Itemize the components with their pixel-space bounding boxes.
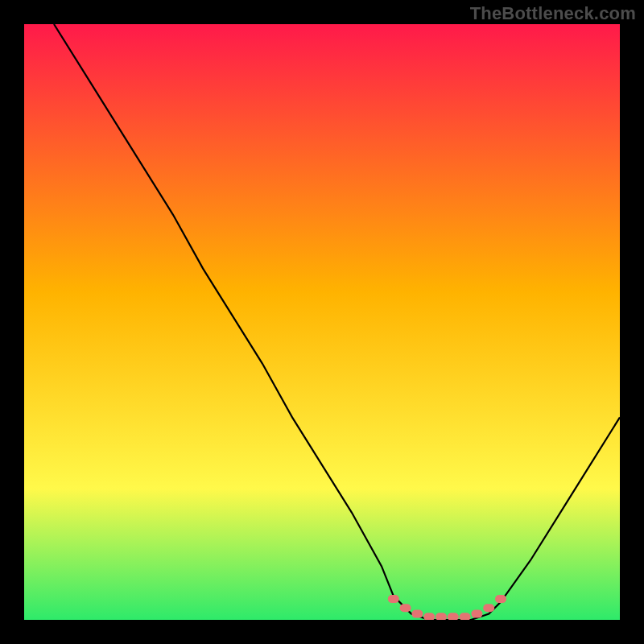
watermark-text: TheBottleneck.com [470,3,636,24]
optimal-dot [423,613,435,620]
optimal-dot [448,613,459,620]
optimal-dot [483,604,494,612]
optimal-dot [495,595,506,603]
optimal-dot [471,610,482,618]
optimal-dot [411,610,423,618]
optimal-dot [436,613,447,620]
optimal-dot [400,604,411,612]
optimal-dot [388,595,399,603]
optimal-dot [460,613,471,620]
chart-svg [24,24,620,620]
chart-frame: TheBottleneck.com [0,0,644,644]
plot-area [24,24,620,620]
gradient-background [24,24,620,620]
